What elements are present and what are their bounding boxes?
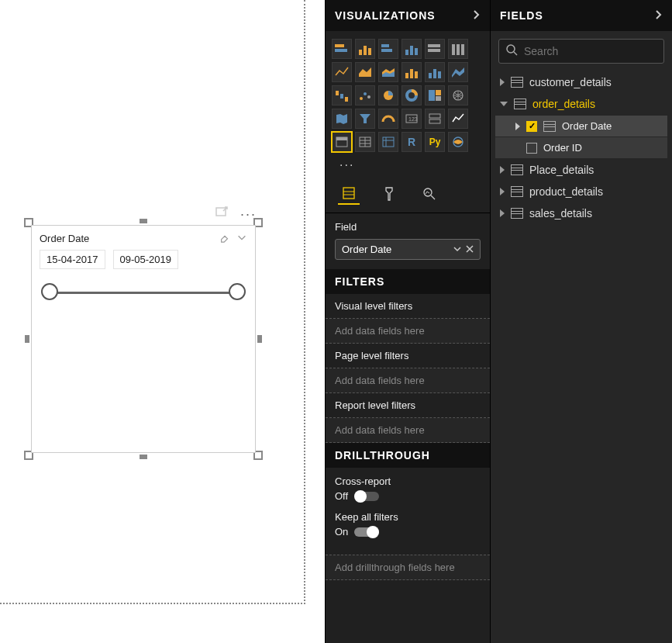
field-chip-order-date[interactable]: Order Date: [335, 239, 481, 260]
slider-handle-start[interactable]: [41, 283, 58, 300]
viz-100-stacked-bar-icon[interactable]: [425, 39, 445, 59]
resize-handle-t[interactable]: [140, 219, 147, 223]
viz-stacked-bar-icon[interactable]: [332, 39, 352, 59]
visualization-gallery: 123 R Py ···: [326, 31, 490, 175]
viz-table-icon[interactable]: [355, 132, 375, 152]
viz-area-icon[interactable]: [355, 62, 375, 82]
viz-map-icon[interactable]: [448, 85, 468, 105]
page-level-filters-drop[interactable]: Add data fields here: [326, 368, 490, 393]
table-label: sales_details: [529, 207, 592, 220]
viz-line-stacked-column-icon[interactable]: [401, 62, 422, 82]
page-level-filters-label[interactable]: Page level filters: [326, 344, 490, 368]
viz-waterfall-icon[interactable]: [332, 85, 352, 105]
viz-kpi-icon[interactable]: [448, 109, 468, 129]
field-checkbox[interactable]: [526, 121, 537, 132]
report-canvas[interactable]: ··· Order Date: [0, 0, 325, 643]
table-product-details[interactable]: product_details: [495, 181, 667, 202]
resize-handle-b[interactable]: [140, 455, 147, 459]
table-customer-details[interactable]: customer_details: [495, 71, 667, 93]
slicer-visual-container[interactable]: Order Date 15-04-2017 09-05-2019: [28, 222, 259, 456]
visualizations-header[interactable]: VISUALIZATIONS: [326, 0, 490, 31]
visual-level-filters-label[interactable]: Visual level filters: [326, 294, 490, 319]
resize-handle-r[interactable]: [257, 335, 262, 343]
collapse-visualizations-icon[interactable]: [471, 9, 481, 22]
field-order-id[interactable]: Order ID: [495, 137, 667, 158]
keep-all-filters-label: Keep all filters: [335, 511, 481, 523]
svg-rect-24: [343, 188, 354, 199]
fields-header[interactable]: FIELDS: [491, 0, 672, 31]
viz-clustered-column-icon[interactable]: [401, 39, 422, 59]
search-icon: [505, 43, 518, 59]
date-from-input[interactable]: 15-04-2017: [40, 250, 105, 269]
drillthrough-section-header: DRILLTHROUGH: [326, 443, 490, 468]
table-label: customer_details: [529, 76, 612, 88]
fields-tab-icon[interactable]: [338, 183, 360, 205]
viz-treemap-icon[interactable]: [425, 85, 445, 105]
collapse-icon: [500, 102, 508, 106]
keep-all-filters-toggle[interactable]: On: [335, 526, 379, 538]
viz-filled-map-icon[interactable]: [332, 109, 352, 129]
table-place-details[interactable]: Place_details: [495, 159, 667, 181]
collapse-fields-icon[interactable]: [653, 9, 663, 22]
viz-slicer-icon[interactable]: [332, 132, 352, 152]
fields-search-input[interactable]: [524, 45, 660, 57]
viz-stacked-area-icon[interactable]: [378, 62, 398, 82]
table-sales-details[interactable]: sales_details: [495, 202, 667, 224]
report-level-filters-label[interactable]: Report level filters: [326, 393, 490, 418]
slider-line: [49, 292, 238, 294]
column-icon: [543, 121, 556, 132]
viz-python-icon[interactable]: Py: [425, 132, 445, 152]
slider-handle-end[interactable]: [229, 283, 246, 300]
viz-scatter-icon[interactable]: [355, 85, 375, 105]
svg-text:123: 123: [408, 116, 418, 122]
viz-line-clustered-column-icon[interactable]: [425, 62, 445, 82]
viz-donut-icon[interactable]: [401, 85, 422, 105]
viz-stacked-column-icon[interactable]: [355, 39, 375, 59]
field-chip-menu-icon[interactable]: [453, 244, 461, 255]
field-checkbox[interactable]: [526, 143, 537, 154]
viz-ribbon-icon[interactable]: [448, 62, 468, 82]
svg-rect-0: [216, 208, 226, 216]
table-label: product_details: [529, 185, 603, 198]
slicer-visual[interactable]: Order Date 15-04-2017 09-05-2019: [31, 225, 256, 453]
focus-mode-button[interactable]: [214, 205, 229, 220]
viz-gauge-icon[interactable]: [378, 109, 398, 129]
viz-funnel-icon[interactable]: [355, 109, 375, 129]
viz-r-script-icon[interactable]: R: [401, 132, 422, 152]
date-to-input[interactable]: 09-05-2019: [113, 250, 179, 269]
viz-card-icon[interactable]: 123: [401, 109, 422, 129]
table-label: order_details: [532, 98, 595, 110]
date-range-slider[interactable]: [40, 280, 247, 303]
viz-100-stacked-column-icon[interactable]: [448, 39, 468, 59]
viz-pie-icon[interactable]: [378, 85, 398, 105]
svg-rect-20: [383, 137, 394, 147]
drillthrough-drop[interactable]: Add drillthrough fields here: [326, 555, 490, 580]
table-order-details[interactable]: order_details: [495, 93, 667, 115]
report-level-filters-drop[interactable]: Add data fields here: [326, 418, 490, 443]
fields-search[interactable]: [498, 39, 664, 64]
viz-clustered-bar-icon[interactable]: [378, 39, 398, 59]
canvas-page[interactable]: ··· Order Date: [0, 0, 305, 604]
field-chip-remove-icon[interactable]: [466, 244, 474, 255]
clear-selections-icon[interactable]: [219, 232, 230, 245]
table-icon: [514, 99, 526, 109]
resize-handle-l[interactable]: [25, 335, 29, 343]
fields-table-list: customer_details order_details Order Dat…: [491, 71, 672, 224]
viz-arcgis-icon[interactable]: [448, 132, 468, 152]
visualizations-pane: VISUALIZATIONS: [325, 0, 490, 643]
svg-point-1: [360, 97, 363, 100]
format-tab-icon[interactable]: [378, 183, 400, 205]
cross-report-toggle[interactable]: Off: [335, 490, 379, 502]
viz-line-icon[interactable]: [332, 62, 352, 82]
viz-multi-row-card-icon[interactable]: [425, 109, 445, 129]
expand-icon: [500, 188, 505, 195]
viz-matrix-icon[interactable]: [378, 132, 398, 152]
analytics-tab-icon[interactable]: [419, 183, 440, 205]
table-icon: [511, 208, 523, 219]
slicer-dropdown-icon[interactable]: [236, 232, 247, 245]
filters-section-header: FILTERS: [326, 269, 490, 294]
svg-point-3: [367, 95, 370, 99]
viz-more-button[interactable]: ···: [332, 155, 485, 175]
field-order-date[interactable]: Order Date: [495, 116, 667, 137]
visual-level-filters-drop[interactable]: Add data fields here: [326, 319, 490, 344]
